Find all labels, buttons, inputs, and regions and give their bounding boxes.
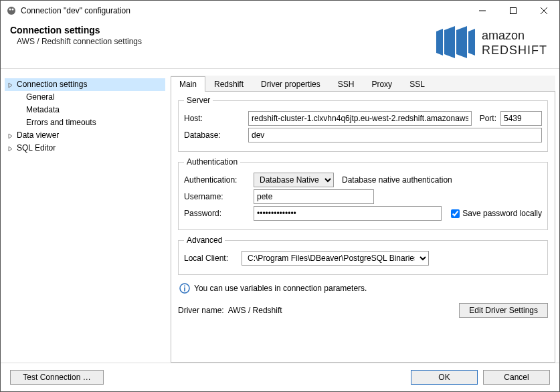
local-client-select[interactable]: C:\Program Files\DBeaver\PostgreSQL Bina… <box>242 251 429 266</box>
svg-point-15 <box>184 286 185 287</box>
port-label: Port: <box>480 114 496 123</box>
nav-label: Errors and timeouts <box>26 118 96 127</box>
nav-label: Connection settings <box>17 80 87 89</box>
auth-group: Authentication Authentication: Database … <box>178 157 548 230</box>
nav-label: Data viewer <box>17 130 59 140</box>
redshift-logo: amazon REDSHIFT <box>434 23 547 63</box>
driver-name-value: AWS / Redshift <box>228 306 282 315</box>
main-panel: Server Host: Port: Database: Authenticat… <box>171 92 555 363</box>
svg-marker-10 <box>468 29 475 56</box>
tab-ssl[interactable]: SSL <box>401 76 434 92</box>
svg-marker-9 <box>456 26 467 58</box>
svg-point-0 <box>7 7 15 15</box>
nav-item-data-viewer[interactable]: Data viewer <box>5 129 165 142</box>
logo-text-bottom: REDSHIFT <box>482 43 547 57</box>
advanced-legend: Advanced <box>184 235 225 245</box>
svg-point-2 <box>12 9 14 11</box>
local-client-label: Local Client: <box>184 254 238 263</box>
tab-bar: Main Redshift Driver properties SSH Prox… <box>171 76 555 92</box>
server-group: Server Host: Port: Database: <box>178 96 548 152</box>
svg-marker-11 <box>9 83 12 88</box>
svg-marker-8 <box>444 26 455 58</box>
nav-label: Metadata <box>26 105 60 114</box>
maximize-button[interactable] <box>498 1 529 21</box>
driver-name-label: Driver name: <box>178 306 224 315</box>
host-label: Host: <box>184 114 244 123</box>
info-icon <box>179 283 190 294</box>
nav-item-metadata[interactable]: Metadata <box>5 104 165 116</box>
page-title: Connection settings <box>10 25 434 35</box>
logo-text-top: amazon <box>482 29 525 42</box>
svg-rect-16 <box>184 288 185 292</box>
edit-driver-settings-button[interactable]: Edit Driver Settings <box>459 303 548 318</box>
chevron-right-icon <box>7 131 13 142</box>
database-input[interactable] <box>248 128 542 142</box>
save-password-label: Save password locally <box>462 209 542 218</box>
nav-item-connection-settings[interactable]: Connection settings <box>5 78 165 91</box>
host-input[interactable] <box>248 111 472 126</box>
password-input[interactable] <box>254 206 442 221</box>
svg-rect-4 <box>510 8 517 14</box>
cancel-button[interactable]: Cancel <box>483 370 550 385</box>
header: Connection settings AWS / Redshift conne… <box>1 21 559 68</box>
advanced-group: Advanced Local Client: C:\Program Files\… <box>178 235 548 275</box>
ok-button[interactable]: OK <box>411 370 478 385</box>
tab-proxy[interactable]: Proxy <box>363 76 401 92</box>
minimize-button[interactable] <box>467 1 498 21</box>
app-icon <box>6 5 17 16</box>
window-title: Connection "dev" configuration <box>21 6 130 15</box>
server-legend: Server <box>184 96 213 105</box>
nav-label: SQL Editor <box>17 143 56 153</box>
nav-item-general[interactable]: General <box>5 91 165 104</box>
chevron-right-icon <box>7 80 13 92</box>
svg-point-1 <box>9 9 11 11</box>
page-subtitle: AWS / Redshift connection settings <box>17 37 434 46</box>
dialog-window: Connection "dev" configuration Connectio… <box>0 0 560 392</box>
auth-legend: Authentication <box>184 157 240 167</box>
username-input[interactable] <box>254 189 374 204</box>
chevron-right-icon <box>7 144 13 155</box>
close-button[interactable] <box>529 1 559 21</box>
footer: Test Connection … OK Cancel <box>1 363 559 391</box>
svg-marker-12 <box>9 134 12 138</box>
nav-item-errors[interactable]: Errors and timeouts <box>5 116 165 129</box>
auth-description: Database native authentication <box>342 175 452 185</box>
tab-ssh[interactable]: SSH <box>329 76 363 92</box>
tab-driver-properties[interactable]: Driver properties <box>252 76 329 92</box>
titlebar: Connection "dev" configuration <box>1 1 559 21</box>
auth-label: Authentication: <box>184 175 250 185</box>
nav-label: General <box>26 92 55 102</box>
save-password-input[interactable] <box>451 209 460 218</box>
svg-marker-7 <box>436 29 443 56</box>
tab-redshift[interactable]: Redshift <box>205 76 252 92</box>
info-text: You can use variables in connection para… <box>194 284 367 293</box>
auth-select[interactable]: Database Native <box>254 173 334 187</box>
test-connection-button[interactable]: Test Connection … <box>10 370 104 385</box>
svg-marker-13 <box>9 146 12 151</box>
nav-item-sql-editor[interactable]: SQL Editor <box>5 142 165 155</box>
save-password-checkbox[interactable]: Save password locally <box>451 209 542 218</box>
tab-main[interactable]: Main <box>171 76 205 92</box>
password-label: Password: <box>184 209 250 218</box>
info-row: You can use variables in connection para… <box>178 280 548 295</box>
database-label: Database: <box>184 130 244 140</box>
username-label: Username: <box>184 192 250 201</box>
port-input[interactable] <box>500 111 542 126</box>
category-nav: Connection settings General Metadata Err… <box>5 76 165 363</box>
